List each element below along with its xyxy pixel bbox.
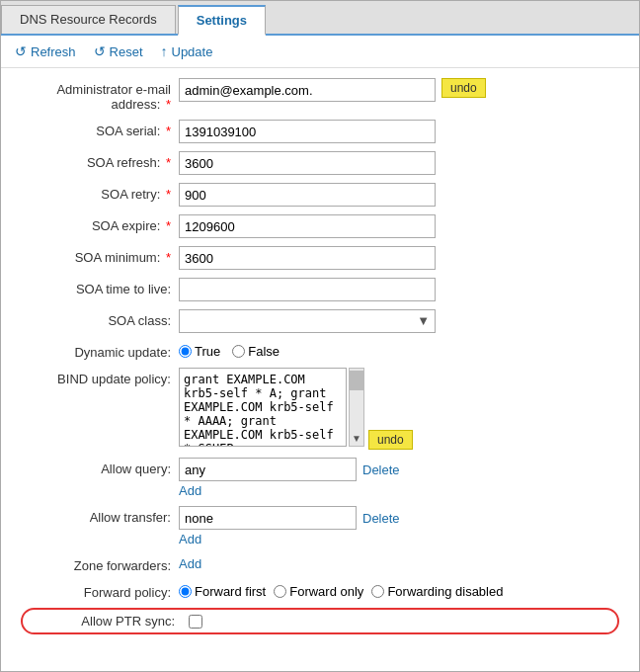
update-button[interactable]: ↑ Update bbox=[157, 42, 217, 61]
allow-query-label: Allow query: bbox=[21, 458, 179, 476]
tab-settings[interactable]: Settings bbox=[178, 5, 266, 36]
zone-forwarders-label: Zone forwarders: bbox=[21, 554, 179, 573]
allow-transfer-add-link[interactable]: Add bbox=[179, 532, 400, 546]
scrollbar-down-arrow[interactable]: ▼ bbox=[352, 433, 361, 444]
allow-ptr-sync-label: Allow PTR sync: bbox=[33, 614, 183, 629]
soa-class-select[interactable]: IN CH HS bbox=[179, 309, 436, 333]
allow-transfer-controls: Delete Add bbox=[179, 506, 400, 546]
soa-minimum-input[interactable] bbox=[179, 246, 436, 270]
admin-email-label: Administrator e-mail address: * bbox=[21, 78, 179, 112]
required-star: * bbox=[166, 97, 171, 112]
soa-class-label: SOA class: bbox=[21, 309, 179, 328]
bind-policy-textarea[interactable]: grant EXAMPLE.COM krb5-self * A; grant E… bbox=[179, 368, 347, 447]
settings-form: Administrator e-mail address: * undo SOA… bbox=[1, 68, 639, 662]
bind-policy-row: BIND update policy: grant EXAMPLE.COM kr… bbox=[21, 368, 619, 450]
soa-serial-row: SOA serial: * bbox=[21, 120, 619, 143]
soa-expire-input[interactable] bbox=[179, 214, 436, 238]
allow-ptr-sync-row: Allow PTR sync: bbox=[21, 608, 619, 634]
refresh-button[interactable]: ↺ Refresh bbox=[11, 42, 80, 61]
tab-dns-resource-records[interactable]: DNS Resource Records bbox=[1, 5, 176, 34]
allow-transfer-input[interactable] bbox=[179, 506, 357, 530]
admin-email-row: Administrator e-mail address: * undo bbox=[21, 78, 619, 112]
forwarding-disabled-option[interactable]: Forwarding disabled bbox=[371, 584, 503, 599]
allow-query-field-row: Delete bbox=[179, 458, 400, 481]
allow-query-input[interactable] bbox=[179, 458, 357, 481]
admin-email-undo-button[interactable]: undo bbox=[441, 78, 486, 98]
dynamic-update-false-option[interactable]: False bbox=[232, 344, 280, 359]
toolbar: ↺ Refresh ↺ Reset ↑ Update bbox=[1, 36, 639, 68]
dynamic-update-row: Dynamic update: True False bbox=[21, 341, 619, 360]
zone-forwarders-add-link[interactable]: Add bbox=[179, 556, 201, 571]
soa-retry-label: SOA retry: * bbox=[21, 183, 179, 202]
allow-ptr-sync-checkbox[interactable] bbox=[189, 615, 202, 629]
soa-ttl-row: SOA time to live: bbox=[21, 278, 619, 301]
forward-policy-radio-group: Forward first Forward only Forwarding di… bbox=[179, 581, 503, 599]
update-icon: ↑ bbox=[161, 43, 168, 59]
allow-query-row: Allow query: Delete Add bbox=[21, 458, 619, 498]
bind-policy-label: BIND update policy: bbox=[21, 368, 179, 386]
scrollbar-thumb[interactable] bbox=[350, 371, 363, 390]
allow-query-delete-link[interactable]: Delete bbox=[362, 462, 400, 477]
soa-ttl-label: SOA time to live: bbox=[21, 278, 179, 296]
bind-policy-undo-button[interactable]: undo bbox=[368, 430, 413, 450]
admin-email-input[interactable] bbox=[179, 78, 436, 102]
soa-expire-row: SOA expire: * bbox=[21, 214, 619, 238]
refresh-icon: ↺ bbox=[15, 43, 27, 59]
main-window: DNS Resource Records Settings ↺ Refresh … bbox=[0, 0, 640, 672]
allow-transfer-field-row: Delete bbox=[179, 506, 400, 530]
dynamic-update-true-option[interactable]: True bbox=[179, 344, 220, 359]
dynamic-update-label: Dynamic update: bbox=[21, 341, 179, 360]
bind-policy-scrollbar[interactable]: ▼ bbox=[349, 368, 364, 447]
allow-query-controls: Delete Add bbox=[179, 458, 400, 498]
soa-refresh-label: SOA refresh: * bbox=[21, 151, 179, 170]
forward-policy-row: Forward policy: Forward first Forward on… bbox=[21, 581, 619, 600]
soa-refresh-input[interactable] bbox=[179, 151, 436, 175]
soa-minimum-label: SOA minimum: * bbox=[21, 246, 179, 265]
forward-first-option[interactable]: Forward first bbox=[179, 584, 266, 599]
forward-first-radio[interactable] bbox=[179, 585, 192, 598]
zone-forwarders-row: Zone forwarders: Add bbox=[21, 554, 619, 573]
dynamic-update-false-radio[interactable] bbox=[232, 345, 245, 358]
allow-transfer-label: Allow transfer: bbox=[21, 506, 179, 525]
dynamic-update-true-radio[interactable] bbox=[179, 345, 192, 358]
soa-class-select-wrap: IN CH HS ▼ bbox=[179, 309, 436, 333]
soa-minimum-row: SOA minimum: * bbox=[21, 246, 619, 270]
forward-only-option[interactable]: Forward only bbox=[274, 584, 363, 599]
dynamic-update-radio-group: True False bbox=[179, 341, 280, 359]
soa-retry-input[interactable] bbox=[179, 183, 436, 207]
soa-class-row: SOA class: IN CH HS ▼ bbox=[21, 309, 619, 333]
tab-bar: DNS Resource Records Settings bbox=[1, 1, 639, 36]
bind-policy-wrap: grant EXAMPLE.COM krb5-self * A; grant E… bbox=[179, 368, 347, 450]
soa-serial-label: SOA serial: * bbox=[21, 120, 179, 138]
allow-query-add-link[interactable]: Add bbox=[179, 483, 400, 498]
reset-icon: ↺ bbox=[94, 43, 106, 59]
soa-retry-row: SOA retry: * bbox=[21, 183, 619, 207]
forward-only-radio[interactable] bbox=[274, 585, 286, 598]
soa-expire-label: SOA expire: * bbox=[21, 214, 179, 233]
soa-ttl-input[interactable] bbox=[179, 278, 436, 301]
forwarding-disabled-radio[interactable] bbox=[371, 585, 384, 598]
forward-policy-label: Forward policy: bbox=[21, 581, 179, 600]
reset-button[interactable]: ↺ Reset bbox=[90, 42, 147, 61]
allow-transfer-delete-link[interactable]: Delete bbox=[362, 511, 400, 526]
allow-transfer-row: Allow transfer: Delete Add bbox=[21, 506, 619, 546]
soa-refresh-row: SOA refresh: * bbox=[21, 151, 619, 175]
soa-serial-input[interactable] bbox=[179, 120, 436, 143]
